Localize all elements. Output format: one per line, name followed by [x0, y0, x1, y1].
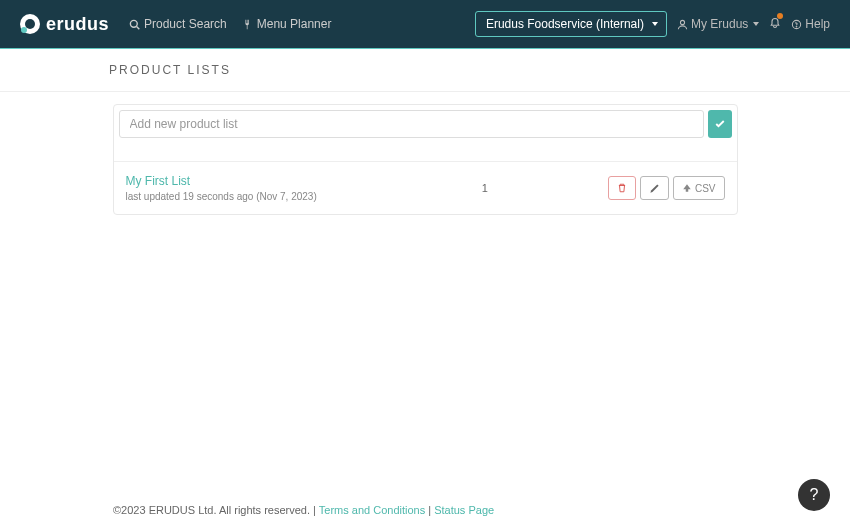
page-title: PRODUCT LISTS	[0, 63, 850, 77]
nav-product-search[interactable]: Product Search	[129, 17, 227, 31]
confirm-add-button[interactable]	[708, 110, 732, 138]
top-navigation: erudus Product Search Menu Planner Erudu…	[0, 0, 850, 49]
list-name-link[interactable]: My First List	[126, 174, 455, 188]
list-item: My First List last updated 19 seconds ag…	[114, 161, 737, 214]
status-link[interactable]: Status Page	[434, 504, 494, 516]
nav-menu-planner-label: Menu Planner	[257, 17, 332, 31]
nav-product-search-label: Product Search	[144, 17, 227, 31]
nav-right: Erudus Foodservice (Internal) My Erudus …	[475, 11, 830, 37]
search-icon	[129, 19, 140, 30]
edit-button[interactable]	[640, 176, 669, 200]
delete-button[interactable]	[608, 176, 636, 200]
add-list-row	[114, 105, 737, 143]
check-icon	[714, 118, 726, 130]
logo-icon	[20, 14, 40, 34]
svg-line-1	[137, 26, 140, 29]
brand-logo[interactable]: erudus	[20, 14, 109, 35]
download-icon	[682, 183, 692, 193]
page-header: PRODUCT LISTS	[0, 49, 850, 92]
list-info: My First List last updated 19 seconds ag…	[126, 174, 455, 202]
pencil-icon	[649, 183, 660, 194]
list-meta: last updated 19 seconds ago (Nov 7, 2023…	[126, 191, 455, 202]
footer-copyright: ©2023 ERUDUS Ltd. All rights reserved.	[113, 504, 310, 516]
content: My First List last updated 19 seconds ag…	[113, 104, 738, 215]
terms-link[interactable]: Terms and Conditions	[319, 504, 425, 516]
help-icon	[791, 19, 802, 30]
brand-name: erudus	[46, 14, 109, 35]
svg-point-2	[680, 20, 684, 24]
add-list-input[interactable]	[119, 110, 704, 138]
trash-icon	[617, 182, 627, 194]
svg-point-4	[796, 26, 797, 27]
cutlery-icon	[242, 19, 253, 30]
user-icon	[677, 19, 688, 30]
csv-label: CSV	[695, 183, 716, 194]
help-fab[interactable]: ?	[798, 479, 830, 511]
notification-dot	[777, 13, 783, 19]
notifications-button[interactable]	[769, 15, 781, 33]
organization-label: Erudus Foodservice (Internal)	[486, 17, 644, 31]
help-link[interactable]: Help	[791, 17, 830, 31]
my-erudus-dropdown[interactable]: My Erudus	[677, 17, 759, 31]
svg-point-0	[130, 20, 137, 27]
my-erudus-label: My Erudus	[691, 17, 748, 31]
list-count: 1	[455, 182, 515, 194]
product-lists-panel: My First List last updated 19 seconds ag…	[113, 104, 738, 215]
nav-menu-planner[interactable]: Menu Planner	[242, 17, 332, 31]
list-actions: CSV	[515, 176, 725, 200]
help-label: Help	[805, 17, 830, 31]
footer: ©2023 ERUDUS Ltd. All rights reserved. |…	[113, 504, 494, 516]
organization-dropdown[interactable]: Erudus Foodservice (Internal)	[475, 11, 667, 37]
csv-button[interactable]: CSV	[673, 176, 725, 200]
